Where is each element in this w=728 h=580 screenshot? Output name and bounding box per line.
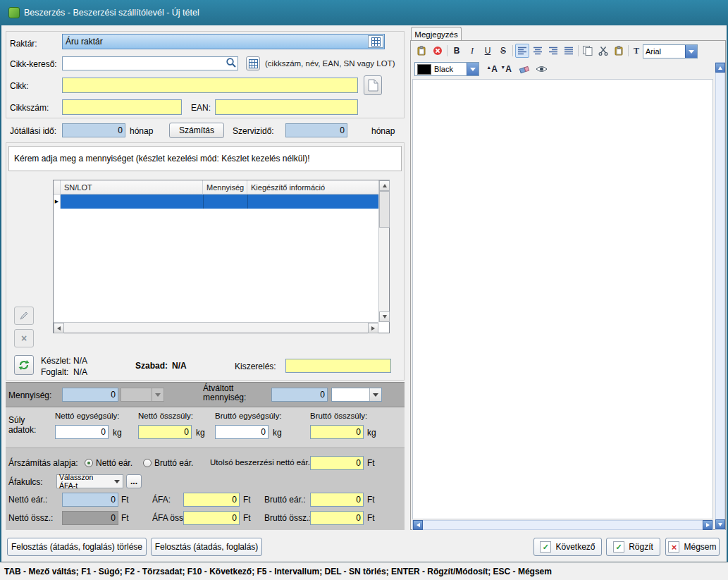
quantity-message: Kérem adja meg a mennyiséget (készlet ke… — [8, 146, 402, 171]
brutto-ear-field[interactable]: 0 — [310, 493, 364, 507]
atvaltott-unit-combo[interactable] — [331, 388, 382, 402]
search-icon[interactable] — [226, 57, 237, 70]
foglalt-label: Foglalt: — [41, 367, 68, 377]
copy-button[interactable] — [581, 44, 595, 58]
cancel-icon — [433, 46, 443, 56]
felosztas-button[interactable]: Felosztás (átadás, foglalás) — [151, 538, 262, 556]
atvaltott-field[interactable]: 0 — [271, 388, 328, 402]
justify-icon — [564, 47, 574, 55]
raktar-lookup-button[interactable] — [368, 35, 383, 48]
afakulcs-more-button[interactable]: ... — [126, 474, 142, 488]
eraser-button[interactable] — [517, 62, 531, 76]
chevron-down-icon[interactable] — [685, 45, 697, 58]
megsem-button[interactable]: × Mégsem — [665, 538, 720, 556]
bold-button[interactable]: B — [450, 44, 464, 58]
cikk-kereso-lookup-button[interactable] — [246, 56, 260, 70]
note-vertical-scrollbar[interactable] — [715, 62, 725, 530]
grid-column-snlot[interactable]: SN/LOT — [61, 180, 203, 195]
align-center-button[interactable] — [531, 44, 545, 58]
utolso-beszerzesi-field[interactable]: 0 — [310, 456, 364, 470]
delete-row-button[interactable]: × — [14, 329, 34, 347]
brutto-ear-radio-label[interactable]: Bruttó eár. — [154, 458, 193, 468]
note-editor[interactable] — [412, 79, 713, 519]
justify-button[interactable] — [562, 44, 576, 58]
netto-ear-radio-label[interactable]: Nettó eár. — [96, 458, 132, 468]
afakulcs-label: Áfakulcs: — [8, 477, 43, 487]
grid-scroll-left-button[interactable] — [54, 323, 64, 333]
title-bar[interactable]: Beszerzés - Beszerzési szállítólevél - Ú… — [0, 0, 728, 25]
align-right-button[interactable] — [546, 44, 560, 58]
felosztas-torles-button[interactable]: Felosztás (átadás, foglalás) törlése — [7, 538, 147, 556]
edit-row-button[interactable] — [14, 307, 34, 325]
grid-horizontal-scrollbar[interactable] — [54, 322, 378, 333]
cikk-input[interactable] — [62, 78, 358, 93]
preview-button[interactable] — [534, 62, 548, 76]
strikethrough-button[interactable]: S — [496, 44, 510, 58]
afakulcs-combo[interactable]: Válasszon ÁFA-t — [56, 474, 123, 488]
grid-column-mennyiseg[interactable]: Mennyiség — [203, 180, 247, 195]
brutto-ear-radio[interactable] — [143, 459, 152, 467]
grid-scroll-up-button[interactable] — [379, 180, 390, 191]
netto-ear-field[interactable]: 0 — [62, 493, 118, 507]
grid-selected-row[interactable] — [61, 195, 380, 209]
paste-button[interactable] — [414, 44, 428, 58]
netto-egysegsuly-field[interactable]: 0 — [55, 425, 109, 439]
rogzit-button[interactable]: ✓ Rögzít — [606, 538, 660, 556]
note-scroll-left-button[interactable] — [413, 520, 423, 530]
snlot-grid[interactable]: SN/LOT Mennyiség Kiegészítő információ ▶ — [53, 180, 390, 333]
szamitas-button[interactable]: Számítás — [169, 123, 224, 138]
cikk-document-button[interactable] — [364, 75, 382, 95]
chevron-down-icon — [114, 480, 120, 483]
grow-font-button[interactable]: ▲A — [485, 62, 499, 76]
allocation-button[interactable] — [14, 355, 34, 375]
cut-button[interactable] — [596, 44, 610, 58]
font-button[interactable]: T — [629, 44, 643, 58]
quantity-message-text: Kérem adja meg a mennyiséget (készlet ke… — [14, 154, 310, 163]
grid-row-separator — [203, 195, 204, 209]
afa-ossz-field[interactable]: 0 — [183, 511, 240, 525]
brutto-egysegsuly-field[interactable]: 0 — [215, 425, 269, 439]
szervizido-value-field[interactable]: 0 — [285, 123, 347, 137]
raktar-combobox[interactable]: Áru raktár — [62, 34, 385, 49]
chevron-down-icon[interactable] — [467, 63, 479, 75]
check-icon: ✓ — [613, 541, 624, 553]
ft-unit: Ft — [367, 513, 375, 523]
afa-field[interactable]: 0 — [183, 493, 240, 507]
font-color-combo[interactable]: Black — [414, 62, 479, 76]
underline-button[interactable]: U — [481, 44, 495, 58]
cikk-kereso-input[interactable] — [62, 56, 238, 70]
brutto-ossz-field[interactable]: 0 — [310, 511, 364, 525]
ean-input[interactable] — [215, 99, 358, 115]
chevron-down-icon[interactable] — [369, 388, 381, 401]
note-scroll-up-button[interactable] — [715, 63, 725, 73]
grid-scroll-down-button[interactable] — [379, 311, 390, 322]
grid-scroll-right-button[interactable] — [368, 323, 378, 333]
align-left-button[interactable] — [515, 44, 529, 58]
tab-megjegyzes[interactable]: Megjegyzés — [411, 27, 462, 41]
grid-vertical-scrollbar[interactable] — [378, 180, 389, 322]
italic-button[interactable]: I — [465, 44, 479, 58]
note-scroll-down-button[interactable] — [715, 519, 725, 529]
ft-unit: Ft — [367, 495, 375, 505]
shrink-font-button[interactable]: ▼A — [499, 62, 513, 76]
font-family-combo[interactable]: Arial — [643, 44, 698, 58]
note-horizontal-scrollbar[interactable] — [412, 520, 713, 530]
cikkszam-input[interactable] — [62, 99, 182, 115]
cancel-format-button[interactable] — [431, 44, 445, 58]
brutto-osszsuly-field[interactable]: 0 — [310, 425, 364, 439]
cikkszam-label: Cikkszám: — [10, 103, 49, 113]
kovetkezo-button[interactable]: ✓ Következő — [533, 538, 602, 556]
table-grid-icon — [249, 59, 258, 68]
eye-icon — [536, 65, 548, 73]
jotallas-value-field[interactable]: 0 — [62, 123, 125, 137]
netto-ear-radio[interactable] — [85, 459, 93, 467]
grid-vscroll-thumb[interactable] — [379, 191, 390, 228]
netto-osszsuly-field[interactable]: 0 — [138, 425, 192, 439]
paste-special-button[interactable] — [612, 44, 626, 58]
kiszereles-input[interactable] — [285, 359, 391, 373]
grid-column-kiegeszito[interactable]: Kiegészítő információ — [247, 180, 380, 195]
note-scroll-right-button[interactable] — [703, 520, 712, 530]
kiszereles-label: Kiszerelés: — [235, 362, 276, 371]
mennyiseg-field[interactable]: 0 — [62, 388, 118, 402]
kg-unit: kg — [273, 428, 282, 438]
